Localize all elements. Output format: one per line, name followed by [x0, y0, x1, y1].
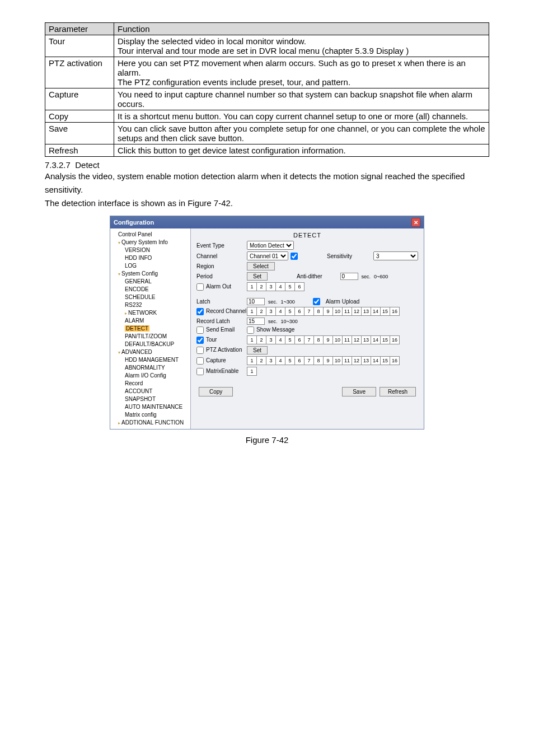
channel-cell[interactable]: 7	[304, 307, 314, 316]
tree-network[interactable]: NETWORK	[125, 309, 189, 317]
copy-button[interactable]: Copy	[199, 387, 233, 396]
tree-item[interactable]: DEFAULT/BACKUP	[125, 340, 189, 348]
capture-channel-grid[interactable]: 12345678910111213141516	[247, 356, 399, 365]
channel-cell[interactable]: 1	[247, 356, 257, 365]
tree-item[interactable]: RS232	[125, 301, 189, 309]
channel-cell[interactable]: 10	[332, 335, 343, 344]
channel-cell[interactable]: 4	[275, 356, 285, 365]
channel-select[interactable]: Channel 01	[247, 251, 288, 260]
channel-cell[interactable]: 3	[266, 356, 276, 365]
tree-query-system-info[interactable]: Query System Info VERSIONHDD INFOLOG	[118, 239, 189, 270]
channel-cell[interactable]: 1	[247, 282, 257, 291]
channel-cell[interactable]: 15	[380, 356, 390, 365]
tree-item[interactable]: VERSION	[125, 246, 189, 254]
region-select-button[interactable]: Select	[247, 262, 275, 270]
channel-cell[interactable]: 13	[361, 356, 371, 365]
tree-item[interactable]: HDD MANAGEMENT	[125, 356, 189, 364]
nav-tree[interactable]: Control Panel Query System Info VERSIONH…	[110, 228, 191, 429]
tree-item[interactable]: Matrix config	[125, 411, 189, 419]
tree-item[interactable]: HDD INFO	[125, 254, 189, 262]
tree-item[interactable]: ABNORMALITY	[125, 364, 189, 372]
tour-checkbox[interactable]	[196, 337, 204, 344]
channel-cell[interactable]: 1	[247, 335, 257, 344]
channel-cell[interactable]: 3	[266, 282, 276, 291]
tree-item[interactable]: Record	[125, 380, 189, 388]
channel-cell[interactable]: 7	[304, 335, 314, 344]
tree-item[interactable]: SNAPSHOT	[125, 395, 189, 403]
record-channel-grid[interactable]: 12345678910111213141516	[247, 307, 399, 316]
tree-advanced[interactable]: ADVANCED HDD MANAGEMENTABNORMALITYAlarm …	[118, 348, 189, 419]
alarm-upload-checkbox[interactable]	[313, 298, 320, 305]
channel-cell[interactable]: 10	[332, 307, 343, 316]
channel-cell[interactable]: 10	[332, 356, 343, 365]
channel-cell[interactable]: 2	[256, 356, 266, 365]
channel-cell[interactable]: 8	[313, 356, 324, 365]
antidither-input[interactable]	[340, 273, 358, 280]
channel-cell[interactable]: 11	[342, 356, 352, 365]
channel-cell[interactable]: 4	[275, 307, 285, 316]
channel-cell[interactable]: 2	[256, 307, 266, 316]
channel-cell[interactable]: 7	[304, 356, 314, 365]
channel-cell[interactable]: 13	[361, 335, 371, 344]
tree-item[interactable]: LOG	[125, 262, 189, 270]
channel-cell[interactable]: 3	[266, 335, 276, 344]
channel-cell[interactable]: 14	[371, 356, 381, 365]
channel-cell[interactable]: 5	[285, 307, 295, 316]
tree-item[interactable]: AUTO MAINTENANCE	[125, 403, 189, 411]
channel-cell[interactable]: 4	[275, 282, 285, 291]
latch-input[interactable]	[247, 298, 265, 305]
channel-enable-checkbox[interactable]	[291, 253, 298, 260]
channel-cell[interactable]: 4	[275, 335, 285, 344]
show-message-checkbox[interactable]	[247, 326, 254, 334]
alarm-out-channels[interactable]: 123456	[247, 282, 304, 291]
record-channel-checkbox[interactable]	[196, 308, 204, 315]
send-email-checkbox[interactable]	[196, 326, 204, 334]
channel-cell[interactable]: 5	[285, 356, 295, 365]
tree-item[interactable]: ACCOUNT	[125, 388, 189, 395]
matrix-channel-1[interactable]: 1	[247, 367, 257, 376]
channel-cell[interactable]: 8	[313, 335, 324, 344]
channel-cell[interactable]: 6	[294, 282, 305, 291]
channel-cell[interactable]: 14	[371, 307, 381, 316]
channel-cell[interactable]: 12	[352, 307, 362, 316]
channel-cell[interactable]: 6	[294, 307, 305, 316]
channel-cell[interactable]: 12	[352, 356, 362, 365]
channel-cell[interactable]: 8	[313, 307, 324, 316]
tree-alarm[interactable]: ALARM	[125, 317, 189, 325]
channel-cell[interactable]: 12	[352, 335, 362, 344]
tree-item[interactable]: Alarm I/O Config	[125, 372, 189, 380]
channel-cell[interactable]: 11	[342, 335, 352, 344]
save-button[interactable]: Save	[342, 387, 376, 396]
channel-cell[interactable]: 9	[323, 356, 333, 365]
tree-item[interactable]: PAN/TILT/ZOOM	[125, 333, 189, 340]
channel-cell[interactable]: 15	[380, 335, 390, 344]
channel-cell[interactable]: 5	[285, 335, 295, 344]
channel-cell[interactable]: 14	[371, 335, 381, 344]
ptz-set-button[interactable]: Set	[247, 346, 268, 354]
event-type-select[interactable]: Motion Detect	[247, 241, 294, 250]
channel-cell[interactable]: 5	[285, 282, 295, 291]
channel-cell[interactable]: 16	[390, 307, 400, 316]
channel-cell[interactable]: 15	[380, 307, 390, 316]
channel-cell[interactable]: 9	[323, 335, 333, 344]
period-set-button[interactable]: Set	[247, 272, 268, 281]
matrix-enable-checkbox[interactable]	[196, 368, 204, 375]
tree-system-config[interactable]: System Config GENERALENCODESCHEDULERS232…	[118, 270, 189, 348]
channel-cell[interactable]: 13	[361, 307, 371, 316]
channel-cell[interactable]: 11	[342, 307, 352, 316]
capture-checkbox[interactable]	[196, 357, 204, 365]
channel-cell[interactable]: 6	[294, 335, 305, 344]
record-latch-input[interactable]	[247, 318, 265, 325]
channel-cell[interactable]: 16	[390, 356, 400, 365]
channel-cell[interactable]: 3	[266, 307, 276, 316]
tree-item[interactable]: SCHEDULE	[125, 293, 189, 301]
tree-control-panel[interactable]: Control Panel	[118, 231, 189, 239]
channel-cell[interactable]: 16	[390, 335, 400, 344]
tree-additional-function[interactable]: ADDTIONAL FUNCTION	[118, 419, 189, 427]
tree-item[interactable]: GENERAL	[125, 278, 189, 286]
channel-cell[interactable]: 6	[294, 356, 305, 365]
channel-cell[interactable]: 2	[256, 282, 266, 291]
alarm-out-checkbox[interactable]	[196, 283, 204, 291]
ptz-activation-checkbox[interactable]	[196, 347, 204, 354]
sensitivity-select[interactable]: 3	[373, 251, 418, 260]
